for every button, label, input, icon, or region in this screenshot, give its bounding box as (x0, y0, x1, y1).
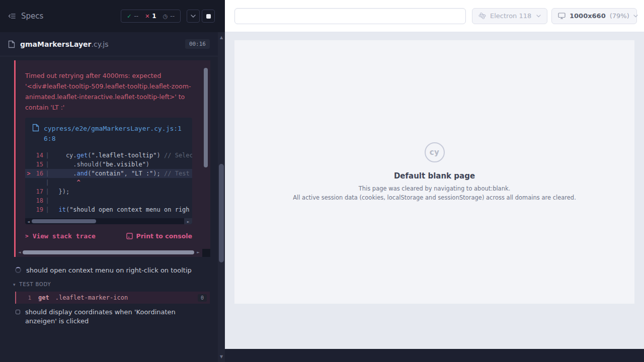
blank-page-title: Default blank page (394, 171, 475, 180)
test-body-toggle[interactable]: ▾ TEST BODY (0, 279, 218, 291)
attempt-vscroll-thumb[interactable] (204, 68, 208, 167)
stat-passed: ✓ -- (127, 13, 138, 20)
command-method: get (38, 294, 49, 301)
scroll-right-arrow-icon[interactable]: ► (184, 218, 192, 224)
spinner-icon (15, 267, 21, 273)
viewport-zoom: (79%) (610, 12, 629, 20)
clock-icon: ◷ (163, 13, 168, 20)
blank-page-content: cy Default blank page This page was clea… (293, 142, 576, 202)
collapse-stats-button[interactable] (187, 10, 200, 23)
command-target: .leaflet-marker-icon (55, 294, 198, 301)
stop-run-button[interactable] (202, 10, 215, 23)
chevron-down-icon (536, 15, 541, 18)
pending-test-row[interactable]: should display coordinates when 'Koordin… (0, 304, 218, 330)
chevron-down-icon (191, 15, 196, 18)
code-lines: 14| cy.get(".leaflet-tooltip") // Selec1… (25, 148, 192, 218)
aut-main: Electron 118 1000x660 (79%) (225, 0, 644, 362)
bottom-strip (225, 349, 644, 362)
pending-count: -- (170, 13, 175, 20)
spec-timer: 00:16 (185, 39, 210, 49)
caret-right-icon: > (25, 233, 29, 239)
aut-iframe: cy Default blank page This page was clea… (234, 40, 634, 304)
cypress-logo: cy (425, 142, 445, 162)
blank-page-line2: All active session data (cookies, localS… (293, 194, 576, 202)
code-frame-header: cypress/e2e/gmaMarkersLayer.cy.js:16:8 (25, 118, 192, 148)
blank-page-line1: This page was cleared by navigating to a… (359, 185, 511, 193)
stat-failed: ✕ 1 (145, 13, 156, 20)
electron-browser-icon (478, 12, 486, 20)
command-number: 1 (16, 295, 31, 301)
scroll-up-arrow-icon[interactable]: ▲ (218, 35, 225, 40)
scroll-right-arrow-icon[interactable]: ► (195, 249, 201, 256)
x-icon: ✕ (145, 13, 149, 20)
view-stack-trace-button[interactable]: > View stack trace (25, 232, 96, 240)
console-icon (126, 233, 133, 239)
scroll-left-arrow-icon[interactable]: ◄ (17, 249, 23, 256)
test-stats: ✓ -- ✕ 1 ◷ -- (121, 10, 181, 23)
aut-canvas: cy Default blank page This page was clea… (225, 32, 644, 349)
aut-header: Electron 118 1000x660 (79%) (225, 0, 644, 32)
viewport-selector[interactable]: 1000x660 (79%) (551, 8, 637, 24)
print-to-console-button[interactable]: Print to console (126, 232, 192, 240)
running-test-title: should open context menu on right-click … (26, 266, 192, 275)
app-window: Specs ✓ -- ✕ 1 ◷ -- (0, 0, 644, 362)
viewport-size: 1000x660 (570, 12, 606, 20)
attempt-hscrollbar: ◄ ► (17, 249, 201, 256)
scroll-left-arrow-icon[interactable]: ◄ (25, 218, 32, 224)
error-actions: > View stack trace Print to console (25, 232, 192, 240)
browser-name: Electron 118 (490, 12, 531, 20)
stop-icon (206, 14, 211, 19)
code-frame-file-link[interactable]: cypress/e2e/gmaMarkersLayer.cy.js:16:8 (44, 124, 185, 144)
reporter-scrollbar: ▲ ▼ (218, 0, 225, 362)
reporter-body: Timed out retrying after 4000ms: expecte… (0, 56, 218, 362)
command-count-badge: 0 (198, 294, 207, 302)
attempt-hscroll-thumb[interactable] (23, 250, 194, 254)
scrollbar-header-cap (218, 0, 225, 32)
spec-name[interactable]: gmaMarkersLayer.cy.js (20, 40, 109, 48)
running-test-row[interactable]: should open context menu on right-click … (0, 262, 218, 279)
viewport-icon (558, 13, 566, 19)
spec-file-icon (8, 40, 15, 48)
reporter-scroll-thumb[interactable] (219, 164, 224, 262)
queued-test-icon (16, 310, 20, 314)
command-log-row[interactable]: 1 get .leaflet-marker-icon 0 (15, 292, 210, 304)
code-file-icon (32, 124, 39, 132)
scroll-down-arrow-icon[interactable]: ▼ (218, 354, 225, 359)
browser-selector[interactable]: Electron 118 (472, 8, 547, 24)
failed-attempt-panel: Timed out retrying after 4000ms: expecte… (14, 60, 210, 257)
error-code-frame: cypress/e2e/gmaMarkersLayer.cy.js:16:8 1… (25, 118, 192, 224)
code-frame-hscroll-thumb[interactable] (32, 219, 96, 223)
failed-count: 1 (152, 13, 156, 20)
reporter-sidebar: Specs ✓ -- ✕ 1 ◷ -- (0, 0, 218, 362)
stat-pending: ◷ -- (163, 13, 175, 20)
reporter-header: Specs ✓ -- ✕ 1 ◷ -- (0, 0, 218, 32)
chevron-down-icon: ▾ (13, 282, 16, 287)
specs-menu-icon[interactable] (8, 12, 16, 20)
test-body-label: TEST BODY (19, 282, 51, 287)
url-input[interactable] (234, 8, 466, 24)
specs-title[interactable]: Specs (21, 12, 43, 21)
spec-header: gmaMarkersLayer.cy.js 00:16 (0, 32, 218, 56)
chevron-down-icon (633, 15, 638, 18)
code-frame-hscrollbar: ◄ ► (25, 218, 192, 224)
scrollbar-corner (202, 249, 210, 257)
pending-test-title: should display coordinates when 'Koordin… (25, 308, 201, 326)
check-icon: ✓ (127, 13, 131, 20)
error-message: Timed out retrying after 4000ms: expecte… (25, 70, 192, 113)
passed-count: -- (134, 13, 138, 20)
